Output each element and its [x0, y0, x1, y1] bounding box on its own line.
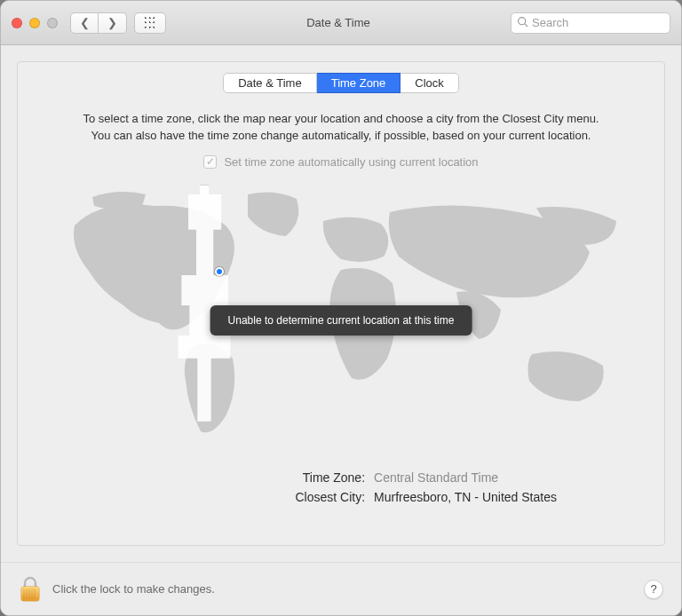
footer: Click the lock to make changes. ? — [1, 562, 681, 615]
instructions-line1: To select a time zone, click the map nea… — [83, 112, 599, 125]
nav-buttons: ❮ ❯ — [70, 12, 127, 34]
window-title: Date & Time — [166, 16, 511, 29]
chevron-left-icon: ❮ — [80, 16, 90, 29]
world-map[interactable]: Unable to determine current location at … — [39, 181, 643, 444]
search-field[interactable] — [511, 12, 670, 34]
chevron-right-icon: ❯ — [107, 16, 117, 29]
closest-city-value: Murfreesboro, TN - United States — [374, 490, 557, 504]
main-panel: Date & Time Time Zone Clock To select a … — [17, 61, 665, 546]
tab-time-zone[interactable]: Time Zone — [317, 73, 401, 93]
auto-timezone-label: Set time zone automatically using curren… — [224, 155, 478, 169]
instructions-line2: You can also have the time zone change a… — [83, 128, 599, 145]
tab-clock[interactable]: Clock — [400, 73, 459, 93]
close-window-button[interactable] — [12, 18, 22, 28]
closest-city-label: Closest City: — [125, 490, 365, 504]
tab-bar: Date & Time Time Zone Clock — [223, 73, 459, 93]
timezone-fields: Time Zone: Central Standard Time Closest… — [125, 465, 557, 509]
svg-point-0 — [519, 17, 526, 24]
tab-date-time[interactable]: Date & Time — [223, 73, 317, 93]
window-controls — [12, 18, 58, 28]
timezone-value: Central Standard Time — [374, 470, 498, 485]
show-all-button[interactable] — [134, 12, 166, 34]
instructions-text: To select a time zone, click the map nea… — [83, 111, 599, 145]
timezone-label: Time Zone: — [125, 470, 365, 485]
auto-timezone-row: ✓ Set time zone automatically using curr… — [203, 155, 478, 169]
search-icon — [517, 15, 528, 31]
search-input[interactable] — [532, 16, 664, 29]
titlebar: ❮ ❯ Date & Time — [1, 1, 681, 45]
back-button[interactable]: ❮ — [70, 12, 99, 34]
forward-button[interactable]: ❯ — [99, 12, 127, 34]
preferences-window: ❮ ❯ Date & Time Date & Time Time Zone Cl… — [0, 0, 682, 616]
lock-icon[interactable] — [19, 576, 42, 603]
grid-icon — [144, 17, 156, 29]
svg-line-1 — [525, 23, 527, 26]
minimize-window-button[interactable] — [29, 18, 40, 28]
location-error-toast: Unable to determine current location at … — [210, 305, 472, 336]
content-area: Date & Time Time Zone Clock To select a … — [1, 45, 681, 562]
zoom-window-button — [47, 18, 58, 28]
auto-timezone-checkbox: ✓ — [203, 155, 217, 169]
help-button[interactable]: ? — [644, 580, 663, 599]
location-pin — [215, 267, 224, 276]
lock-text: Click the lock to make changes. — [52, 582, 215, 596]
